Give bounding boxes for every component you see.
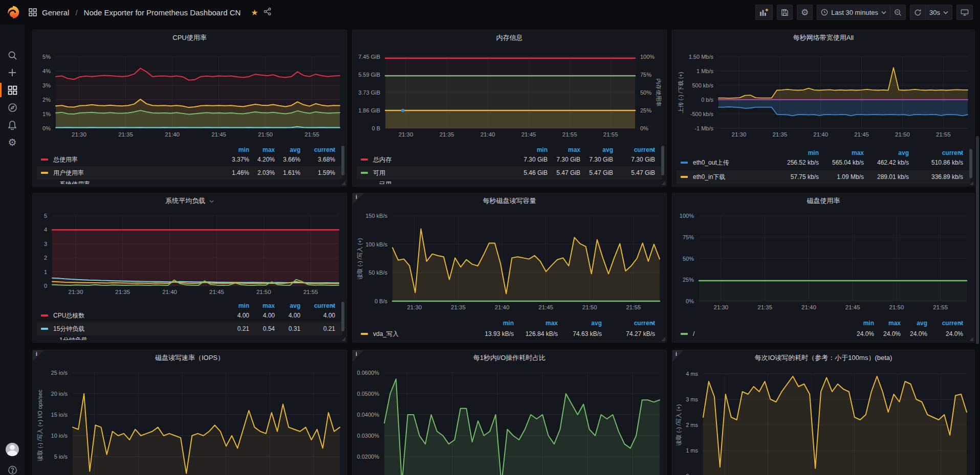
legend-col-avg[interactable]: avg — [275, 302, 300, 309]
chart-plot[interactable] — [384, 373, 660, 475]
legend-scrollbar[interactable] — [969, 149, 972, 178]
series-swatch[interactable] — [361, 333, 368, 335]
legend-col-max[interactable]: max — [514, 320, 558, 327]
legend-row-clipped[interactable]: 已用 — [361, 179, 658, 184]
legend-col-avg[interactable]: avg — [901, 320, 927, 327]
dashboard-grid-icon[interactable] — [29, 8, 37, 16]
legend-col-current[interactable]: current — [602, 320, 655, 327]
series-swatch[interactable] — [41, 328, 48, 330]
series-swatch[interactable] — [361, 172, 368, 174]
legend-series-label[interactable]: 可用 — [373, 169, 385, 177]
legend-value-current: 336.89 kb/s — [909, 173, 963, 180]
chart-canvas[interactable]: 54321021:3021:3521:4021:4521:5021:55minm… — [33, 193, 346, 342]
panel-resize-handle[interactable] — [661, 337, 665, 341]
chart-plot[interactable] — [703, 374, 967, 475]
legend-col-current[interactable]: current — [300, 146, 335, 153]
legend-col-current[interactable]: current — [909, 149, 963, 156]
legend-series-label[interactable]: vda_写入 — [373, 330, 399, 338]
chart-canvas[interactable]: 4 ms3 ms2 ms1 ms0 ms21:3021:3521:4021:45… — [672, 350, 974, 475]
breadcrumb-section[interactable]: General — [42, 8, 69, 17]
favorite-star-icon[interactable]: ★ — [251, 8, 258, 17]
series-swatch[interactable] — [681, 333, 688, 335]
legend-col-avg[interactable]: avg — [864, 149, 909, 156]
chart-plot[interactable] — [393, 216, 660, 301]
dashboard-title[interactable]: Node Exporter for Prometheus Dashboard C… — [84, 8, 241, 17]
tv-mode-button[interactable] — [956, 5, 973, 20]
refresh-interval-picker[interactable]: 30s — [926, 5, 952, 20]
series-swatch[interactable] — [41, 159, 48, 161]
sidebar-item-profile[interactable] — [0, 441, 25, 458]
legend-col-min[interactable]: min — [515, 146, 548, 153]
legend-series-label[interactable]: eth0_out上传 — [693, 159, 729, 167]
panel-resize-handle[interactable] — [341, 337, 345, 341]
series-swatch[interactable] — [681, 162, 688, 164]
sidebar-item-create[interactable] — [0, 64, 25, 81]
legend-series-label[interactable]: 总内存 — [373, 155, 391, 164]
add-panel-button[interactable] — [755, 5, 773, 20]
refresh-button[interactable] — [910, 5, 926, 20]
legend-scrollbar[interactable] — [341, 302, 344, 331]
legend-col-current[interactable]: current — [927, 320, 963, 327]
legend-col-max[interactable]: max — [819, 149, 864, 156]
chart-canvas[interactable]: 150 kB/s100 kB/s50 kB/s0 B/s21:3021:3521… — [353, 193, 666, 342]
chart-plot[interactable] — [52, 216, 339, 286]
legend-col-min[interactable]: min — [224, 146, 249, 153]
legend-col-max[interactable]: max — [874, 320, 901, 327]
legend-col-max[interactable]: max — [249, 146, 275, 153]
chart-plot[interactable] — [385, 57, 635, 128]
sidebar-item-explore[interactable] — [0, 99, 25, 116]
legend-scrollbar[interactable] — [661, 146, 664, 175]
legend-col-current[interactable]: current — [300, 302, 335, 309]
panel-resize-handle[interactable] — [969, 181, 973, 185]
legend-series-label[interactable]: / — [693, 330, 694, 337]
time-range-picker[interactable]: Last 30 minutes — [817, 5, 890, 20]
chart-plot[interactable] — [718, 57, 968, 128]
legend-series-label[interactable]: 用户使用率 — [53, 169, 84, 177]
legend-col-current[interactable]: current — [613, 146, 655, 153]
series-swatch[interactable] — [681, 176, 688, 178]
sidebar-item-search[interactable] — [0, 47, 25, 63]
chart-plot[interactable] — [699, 216, 967, 301]
series-swatch[interactable] — [41, 172, 48, 174]
dashboard-settings-button[interactable]: ⚙ — [797, 5, 813, 20]
legend-col-avg[interactable]: avg — [275, 146, 300, 153]
chart-canvas[interactable]: 25 io/s20 io/s15 io/s10 io/s5 io/s0 io/s… — [33, 350, 346, 475]
chart-plot[interactable] — [56, 57, 340, 128]
page-scrollbar[interactable] — [976, 136, 979, 344]
legend-col-avg[interactable]: avg — [558, 320, 602, 327]
legend-row-clipped[interactable]: 系统使用率 — [41, 179, 338, 184]
chart-canvas[interactable]: 0.0600%0.0500%0.0400%0.0300%0.0200%0.010… — [353, 350, 666, 475]
chart-canvas[interactable]: 100%75%50%25%0%21:3021:3521:4021:4521:50… — [672, 193, 974, 342]
legend-series-label[interactable]: 15分钟负载 — [53, 325, 84, 333]
legend-col-max[interactable]: max — [249, 302, 275, 309]
chart-canvas[interactable]: 1.50 Mb/s1 Mb/s500 kb/s0 b/s-500 kb/s-1 … — [672, 30, 974, 186]
grafana-logo-icon[interactable] — [5, 5, 20, 20]
legend-col-avg[interactable]: avg — [580, 146, 613, 153]
legend-series-label[interactable]: CPU总核数 — [53, 311, 84, 320]
legend-col-min[interactable]: min — [847, 320, 874, 327]
x-tick-label: 21:40 — [495, 304, 510, 310]
sidebar-item-alerting[interactable] — [0, 117, 25, 133]
series-swatch[interactable] — [41, 314, 48, 316]
save-dashboard-button[interactable] — [777, 5, 793, 20]
zoom-out-button[interactable] — [890, 5, 906, 20]
panel-resize-handle[interactable] — [969, 337, 973, 341]
legend-row-clipped[interactable]: 1分钟负载 — [41, 335, 338, 340]
share-icon[interactable] — [264, 8, 271, 17]
legend-col-min[interactable]: min — [224, 302, 249, 309]
legend-scrollbar[interactable] — [341, 146, 344, 175]
panel-resize-handle[interactable] — [661, 181, 665, 185]
sidebar-item-configuration[interactable]: ⚙ — [0, 134, 25, 150]
chart-canvas[interactable]: 7.45 GiB5.59 GiB3.73 GiB1.86 GiB0 B100%7… — [353, 30, 666, 186]
chart-canvas[interactable]: 5%4%3%2%1%0%21:3021:3521:4021:4521:5021:… — [33, 30, 346, 186]
legend-col-min[interactable]: min — [774, 149, 819, 156]
panel-resize-handle[interactable] — [341, 181, 345, 185]
legend-series-label[interactable]: 总使用率 — [53, 155, 78, 164]
legend-col-max[interactable]: max — [548, 146, 580, 153]
sidebar-item-dashboards[interactable] — [0, 82, 25, 98]
legend-series-label[interactable]: eth0_in下载 — [693, 173, 725, 182]
sidebar-item-help[interactable] — [0, 462, 25, 475]
legend-col-min[interactable]: min — [470, 320, 514, 327]
series-swatch[interactable] — [361, 159, 368, 161]
chart-plot[interactable] — [73, 373, 340, 475]
